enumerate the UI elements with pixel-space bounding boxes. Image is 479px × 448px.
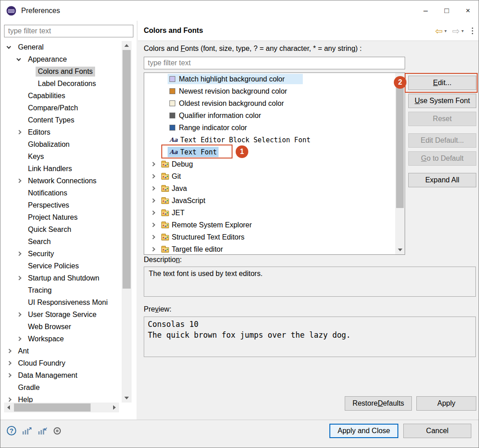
- tree-item-colors-and-fonts[interactable]: Colors and Fonts: [0, 65, 122, 77]
- chevron-down-icon[interactable]: [6, 46, 16, 48]
- chevron-right-icon[interactable]: [6, 362, 16, 365]
- tree-item-notifications[interactable]: Notifications: [0, 187, 122, 199]
- back-history-icon[interactable]: ▾: [444, 28, 447, 33]
- back-icon[interactable]: ⇦: [435, 27, 443, 36]
- tree-item-appearance[interactable]: Appearance: [0, 53, 122, 65]
- chevron-right-icon[interactable]: [150, 211, 160, 214]
- minimize-button[interactable]: –: [415, 0, 436, 21]
- tree-item-keys[interactable]: Keys: [0, 150, 122, 163]
- forward-history-icon[interactable]: ▾: [461, 28, 464, 33]
- list-item-jet[interactable]: JET: [144, 207, 395, 219]
- list-item-structured-text-editors[interactable]: Structured Text Editors: [144, 231, 395, 243]
- tree-item-cloud-foundry[interactable]: Cloud Foundry: [0, 357, 122, 369]
- apply-and-close-button[interactable]: Apply and Close: [329, 424, 398, 438]
- tree-item-link-handlers[interactable]: Link Handlers: [0, 163, 122, 175]
- scrollbar-track[interactable]: [395, 82, 405, 245]
- chevron-right-icon[interactable]: [16, 337, 26, 340]
- tree-item-quick-search[interactable]: Quick Search: [0, 223, 122, 235]
- list-item-range-indicator-color[interactable]: Range indicator color: [144, 122, 395, 134]
- scrollbar-thumb[interactable]: [396, 82, 404, 208]
- tree-item-general[interactable]: General: [0, 41, 122, 53]
- tree-item-data-management[interactable]: Data Management: [0, 369, 122, 381]
- scroll-up-icon[interactable]: [122, 41, 132, 50]
- tree-item-search[interactable]: Search: [0, 235, 122, 248]
- cancel-button[interactable]: Cancel: [403, 424, 471, 438]
- list-item-text-editor-block-selection-font[interactable]: Text Editor Block Selection Font: [144, 134, 395, 146]
- chevron-right-icon[interactable]: [6, 374, 16, 377]
- export-preferences-icon[interactable]: [22, 427, 32, 435]
- scroll-down-icon[interactable]: [395, 245, 405, 254]
- chevron-right-icon[interactable]: [6, 349, 16, 353]
- tree-item-label-decorations[interactable]: Label Decorations: [0, 77, 122, 90]
- chevron-right-icon[interactable]: [16, 179, 26, 182]
- tree-item-project-natures[interactable]: Project Natures: [0, 211, 122, 223]
- list-item-git[interactable]: Git: [144, 170, 395, 182]
- list-item-remote-system-explorer[interactable]: Remote System Explorer: [144, 219, 395, 231]
- tree-item-content-types[interactable]: Content Types: [0, 114, 122, 126]
- chevron-right-icon[interactable]: [16, 313, 26, 316]
- scroll-down-icon[interactable]: [122, 394, 132, 403]
- tree-item-network-connections[interactable]: Network Connections: [0, 175, 122, 187]
- list-item-oldest-revision-background-color[interactable]: Oldest revision background color: [144, 97, 395, 109]
- scroll-right-icon[interactable]: [110, 403, 119, 412]
- list-vertical-scrollbar[interactable]: [395, 73, 405, 254]
- tree-item-gradle[interactable]: Gradle: [0, 381, 122, 394]
- chevron-right-icon[interactable]: [150, 175, 160, 178]
- import-preferences-icon[interactable]: [38, 427, 48, 435]
- scrollbar-track[interactable]: [13, 403, 110, 412]
- tree-item-perspectives[interactable]: Perspectives: [0, 199, 122, 211]
- tree-horizontal-scrollbar[interactable]: [4, 403, 119, 412]
- close-button[interactable]: ×: [457, 0, 479, 21]
- chevron-right-icon[interactable]: [16, 131, 26, 134]
- list-item-java[interactable]: Java: [144, 182, 395, 195]
- chevron-down-icon[interactable]: [16, 59, 26, 60]
- tree-vertical-scrollbar[interactable]: [122, 41, 132, 403]
- list-item-javascript[interactable]: JavaScript: [144, 195, 395, 207]
- record-preferences-icon[interactable]: [54, 427, 61, 434]
- scroll-left-icon[interactable]: [4, 403, 13, 412]
- tree-item-workspace[interactable]: Workspace: [0, 333, 122, 345]
- chevron-right-icon[interactable]: [150, 223, 160, 226]
- tree-item-ant[interactable]: Ant: [0, 345, 122, 357]
- chevron-right-icon[interactable]: [150, 235, 160, 239]
- tree-item-ui-responsiveness-moni[interactable]: UI Responsiveness Moni: [0, 296, 122, 308]
- tree-item-help[interactable]: Help: [0, 394, 122, 403]
- tree-item-startup-and-shutdown[interactable]: Startup and Shutdown: [0, 272, 122, 284]
- tree-filter-input[interactable]: [4, 25, 133, 37]
- tree-item-globalization[interactable]: Globalization: [0, 138, 122, 150]
- list-item-qualifier-information-color[interactable]: Qualifier information color: [144, 109, 395, 122]
- apply-button[interactable]: Apply: [416, 396, 476, 411]
- tree-item-capabilities[interactable]: Capabilities: [0, 90, 122, 102]
- maximize-button[interactable]: □: [436, 0, 457, 21]
- tree-item-security[interactable]: Security: [0, 248, 122, 260]
- scrollbar-thumb[interactable]: [14, 403, 91, 412]
- chevron-right-icon[interactable]: [6, 398, 16, 401]
- forward-icon[interactable]: ⇨: [452, 27, 460, 36]
- chevron-right-icon[interactable]: [16, 252, 26, 255]
- edit-button[interactable]: Edit...: [408, 76, 476, 90]
- list-item-newest-revision-background-color[interactable]: Newest revision background color: [144, 85, 395, 97]
- use-system-font-button[interactable]: Use System Font: [408, 94, 476, 108]
- list-item-text-font[interactable]: Text Font: [144, 146, 395, 158]
- chevron-right-icon[interactable]: [150, 199, 160, 202]
- tree-item-editors[interactable]: Editors: [0, 126, 122, 138]
- chevron-right-icon[interactable]: [150, 248, 160, 251]
- tree-item-service-policies[interactable]: Service Policies: [0, 260, 122, 272]
- chevron-right-icon[interactable]: [16, 276, 26, 280]
- chevron-right-icon[interactable]: [150, 187, 160, 190]
- tree-item-compare-patch[interactable]: Compare/Patch: [0, 102, 122, 114]
- view-menu-icon[interactable]: [471, 27, 474, 35]
- tree-item-tracing[interactable]: Tracing: [0, 284, 122, 296]
- list-item-match-highlight-background-color[interactable]: Match highlight background color: [144, 73, 395, 85]
- list-item-target-file-editor[interactable]: Target file editor: [144, 243, 395, 254]
- tree-item-web-browser[interactable]: Web Browser: [0, 321, 122, 333]
- list-filter-input[interactable]: [144, 57, 405, 69]
- expand-all-button[interactable]: Expand All: [408, 173, 476, 187]
- scrollbar-track[interactable]: [122, 50, 132, 394]
- chevron-right-icon[interactable]: [150, 163, 160, 166]
- list-item-debug[interactable]: Debug: [144, 158, 395, 170]
- tree-item-user-storage-service[interactable]: User Storage Service: [0, 308, 122, 321]
- restore-defaults-button[interactable]: Restore Defaults: [345, 396, 412, 411]
- help-icon[interactable]: ?: [7, 426, 16, 435]
- scrollbar-thumb[interactable]: [123, 50, 131, 289]
